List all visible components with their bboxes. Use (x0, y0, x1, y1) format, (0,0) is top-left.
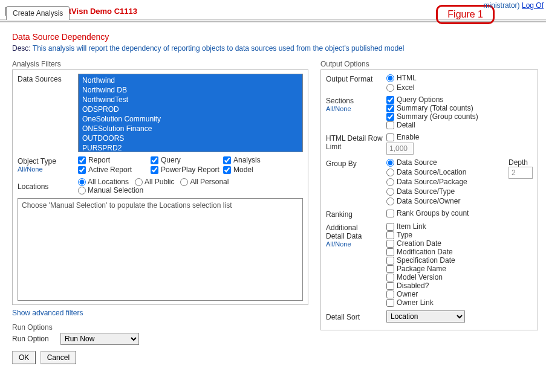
data-sources-label: Data Sources (18, 74, 78, 83)
add-type[interactable]: Type (386, 231, 533, 239)
row-limit-enable[interactable]: Enable (386, 133, 533, 141)
section-summary-group[interactable]: Summary (Group counts) (386, 112, 533, 121)
list-item[interactable]: Northwind (81, 76, 300, 85)
ok-button[interactable]: OK (12, 351, 36, 364)
object-type-label: Object Type (18, 157, 56, 165)
analysis-filters-title: Analysis Filters (12, 60, 308, 68)
output-options-panel: Output Format HTML Excel Sections All/No… (320, 69, 538, 330)
object-type-query[interactable]: Query (151, 156, 223, 164)
run-option-label: Run Option (12, 335, 60, 343)
logoff-link[interactable]: Log Of (522, 1, 544, 10)
run-options-title: Run Options (12, 323, 308, 332)
sections-allnone[interactable]: All/None (326, 105, 386, 112)
add-item-link[interactable]: Item Link (386, 222, 533, 231)
format-excel[interactable]: Excel (386, 83, 533, 92)
object-type-analysis[interactable]: Analysis (223, 156, 296, 164)
page-title: Data Source Dependency (12, 32, 546, 42)
cancel-button[interactable]: Cancel (41, 351, 76, 364)
additional-label-1: Additional (326, 223, 358, 232)
detail-sort-select[interactable]: Location (386, 310, 465, 323)
output-options-title: Output Options (320, 60, 538, 68)
list-item[interactable]: ODSPROD (81, 104, 300, 114)
row-limit-input[interactable] (386, 143, 414, 155)
add-spec-date[interactable]: Specification Date (386, 256, 533, 265)
list-item[interactable]: NorthwindTest (81, 95, 300, 104)
locations-selection-box[interactable]: Choose 'Manual Selection' to populate th… (18, 198, 303, 301)
list-item[interactable]: OneSolution Community (81, 114, 300, 124)
depth-label: Depth (509, 158, 528, 167)
data-sources-listbox[interactable]: Northwind Northwind DB NorthwindTest ODS… (78, 74, 303, 152)
depth-input[interactable] (509, 167, 533, 179)
add-owner-link[interactable]: Owner Link (386, 298, 533, 307)
header-right: ministrator) Log Of (484, 1, 544, 10)
locations-hint: Choose 'Manual Selection' to populate th… (22, 201, 232, 210)
add-creation-date[interactable]: Creation Date (386, 239, 533, 248)
locations-radio-group: All Locations All Public All Personal Ma… (78, 178, 303, 194)
object-type-model[interactable]: Model (223, 165, 296, 174)
add-mod-date[interactable]: Modification Date (386, 248, 533, 256)
loc-public[interactable]: All Public (135, 178, 174, 186)
sections-label: Sections (326, 97, 354, 105)
admin-label: ministrator) (484, 1, 520, 10)
show-advanced-filters-link[interactable]: Show advanced filters (12, 309, 308, 317)
gb-type[interactable]: Data Source/Type (386, 187, 501, 196)
section-detail[interactable]: Detail (386, 121, 533, 129)
section-summary-total[interactable]: Summary (Total counts) (386, 104, 533, 112)
list-item[interactable]: PURSPRD2 (81, 143, 300, 152)
additional-label-2: Detail Data (326, 232, 362, 240)
object-type-group: Report Query Analysis Active Report Powe… (78, 156, 303, 174)
gb-location[interactable]: Data Source/Location (386, 168, 501, 176)
section-query-options[interactable]: Query Options (386, 95, 533, 104)
gb-package[interactable]: Data Source/Package (386, 178, 501, 186)
list-item[interactable]: ONESolution Finance (81, 124, 300, 133)
object-type-active-report[interactable]: Active Report (78, 165, 151, 174)
analysis-filters-panel: Data Sources Northwind Northwind DB Nort… (12, 69, 308, 305)
page-description: Desc: This analysis will report the depe… (12, 44, 546, 53)
tab-create-analysis[interactable]: Create Analysis (6, 6, 70, 20)
add-model-version[interactable]: Model Version (386, 273, 533, 281)
desc-label: Desc: (12, 44, 31, 53)
list-item[interactable]: OUTDOORS (81, 133, 300, 143)
detail-sort-label: Detail Sort (326, 312, 386, 321)
output-format-label: Output Format (326, 74, 386, 83)
loc-manual[interactable]: Manual Selection (78, 186, 143, 194)
additional-allnone[interactable]: All/None (326, 240, 386, 248)
object-type-allnone[interactable]: All/None (18, 165, 78, 173)
add-disabled[interactable]: Disabled? (386, 281, 533, 290)
demo-title: NetVisn Demo C1113 (59, 7, 137, 16)
format-html[interactable]: HTML (386, 74, 533, 82)
gb-owner[interactable]: Data Source/Owner (386, 197, 501, 205)
gb-data-source[interactable]: Data Source (386, 158, 501, 167)
ranking-label: Ranking (326, 209, 386, 219)
loc-personal[interactable]: All Personal (180, 178, 229, 186)
locations-label: Locations (18, 181, 78, 191)
add-package-name[interactable]: Package Name (386, 265, 533, 273)
groupby-label: Group By (326, 158, 386, 168)
row-limit-label: HTML Detail Row Limit (326, 133, 386, 151)
app-header: Net V isn NetVisn Demo C1113 Figure 1 mi… (0, 0, 546, 20)
object-type-powerplay[interactable]: PowerPlay Report (151, 165, 223, 174)
add-owner[interactable]: Owner (386, 290, 533, 298)
desc-text: This analysis will report the dependency… (33, 44, 405, 53)
run-option-select[interactable]: Run Now (60, 333, 139, 345)
object-type-report[interactable]: Report (78, 156, 151, 164)
loc-all[interactable]: All Locations (78, 178, 129, 186)
list-item[interactable]: Northwind DB (81, 85, 300, 95)
ranking-checkbox[interactable]: Rank Groups by count (386, 209, 469, 217)
